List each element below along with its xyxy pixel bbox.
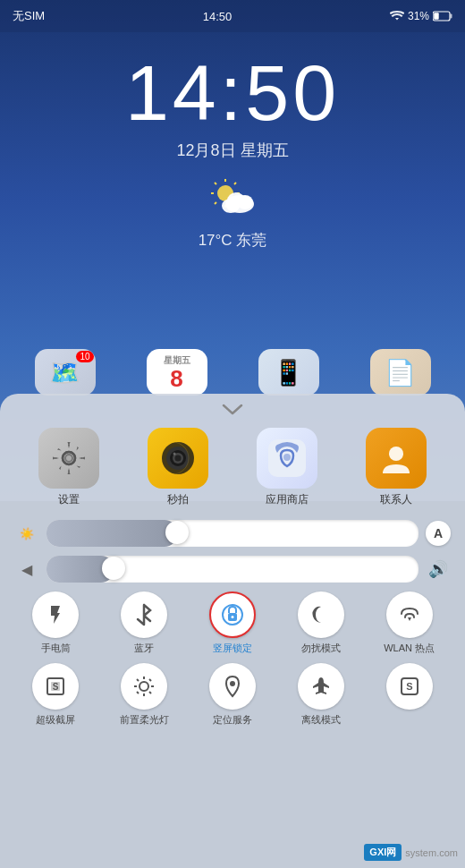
screenlock-button[interactable] <box>209 591 256 638</box>
contacts-label: 联系人 <box>380 492 412 507</box>
bluetooth-button[interactable] <box>121 591 167 638</box>
panel-app-contacts[interactable]: 联系人 <box>366 428 427 507</box>
toggle-frontlight: 前置柔光灯 <box>103 663 186 726</box>
svg-point-15 <box>237 195 253 209</box>
chevron-down-icon <box>219 403 246 417</box>
svg-point-25 <box>173 453 176 455</box>
toggle-flashlight: 手电筒 <box>14 591 97 654</box>
panel-app-row: 设置 秒拍 <box>14 428 451 507</box>
volume-low-icon: ◀ <box>14 561 39 578</box>
sos-button[interactable]: S <box>386 663 433 710</box>
toggle-sos: S <box>368 663 451 726</box>
control-panel: 设置 秒拍 <box>0 394 465 868</box>
brightness-track[interactable] <box>46 520 418 547</box>
location-button[interactable] <box>209 663 256 710</box>
hotspot-icon <box>398 605 421 625</box>
svg-line-11 <box>215 202 216 204</box>
volume-track[interactable] <box>46 556 418 583</box>
toggle-hotspot: WLAN 热点 <box>368 591 451 654</box>
svg-text:S: S <box>406 681 412 692</box>
bluetooth-icon <box>134 603 154 626</box>
panel-app-camera[interactable]: 秒拍 <box>148 428 208 507</box>
camera-lens-icon <box>160 440 196 476</box>
svg-point-36 <box>140 682 148 691</box>
svg-point-32 <box>231 616 233 618</box>
brightness-fill <box>46 520 177 547</box>
flashlight-button[interactable] <box>32 591 79 638</box>
screenshot-icon: S <box>45 676 66 697</box>
hotspot-button[interactable] <box>386 591 433 638</box>
screenshot-label: 超级截屏 <box>36 714 75 726</box>
moon-icon <box>310 604 332 625</box>
status-bar: 无SIM 14:50 31% <box>0 0 465 32</box>
clock-time: 14:50 <box>125 54 340 132</box>
wifi-icon <box>390 11 404 22</box>
toggle-screenlock: 竖屏锁定 <box>191 591 275 654</box>
toggle-dnd: 勿扰模式 <box>279 591 362 654</box>
watermark: GXI网 system.com <box>364 844 458 861</box>
svg-line-8 <box>215 183 216 184</box>
volume-slider-row: ◀ 🔊 <box>14 556 451 583</box>
settings-gear-icon <box>50 439 88 477</box>
flashlight-icon <box>45 604 66 625</box>
screenshot-button[interactable]: S <box>32 663 79 710</box>
camera-icon-bg <box>148 428 208 489</box>
dnd-button[interactable] <box>298 591 344 638</box>
map-badge: 10 <box>76 351 93 362</box>
weather-info: 17°C 东莞 <box>199 230 267 251</box>
store-label: 应用商店 <box>266 492 309 507</box>
chevron-indicator <box>14 403 451 417</box>
settings-label: 设置 <box>58 492 80 507</box>
vivo-store-icon <box>268 439 306 477</box>
carrier-label: 无SIM <box>13 8 45 24</box>
svg-line-43 <box>149 679 151 681</box>
battery-percent: 31% <box>408 10 429 22</box>
svg-text:S: S <box>53 682 59 692</box>
bluetooth-label: 蓝牙 <box>134 642 154 654</box>
top-app-calendar: 星期五 8 <box>147 349 207 396</box>
svg-line-10 <box>234 183 236 184</box>
toggle-grid: 手电筒 蓝牙 竖屏锁定 <box>14 591 451 726</box>
brightness-thumb[interactable] <box>165 521 189 544</box>
panel-app-settings[interactable]: 设置 <box>38 428 99 507</box>
location-label: 定位服务 <box>213 714 252 726</box>
camera-label: 秒拍 <box>167 492 189 507</box>
brightness-low-icon: ☀️ <box>14 527 39 540</box>
airplane-button[interactable] <box>298 663 344 710</box>
hotspot-label: WLAN 热点 <box>384 642 435 654</box>
settings-icon-bg <box>38 428 99 489</box>
top-app-3: 📱 <box>258 349 319 396</box>
airplane-label: 离线模式 <box>301 714 341 726</box>
svg-line-44 <box>137 692 139 694</box>
top-app-4: 📄 <box>370 349 431 396</box>
sos-icon: S <box>399 676 420 697</box>
store-icon-bg <box>257 428 317 489</box>
screenlock-icon <box>221 603 244 626</box>
svg-line-42 <box>149 692 151 694</box>
brightness-slider-row: ☀️ A <box>14 520 451 547</box>
svg-point-29 <box>389 447 403 461</box>
status-time: 14:50 <box>203 10 232 23</box>
frontlight-label: 前置柔光灯 <box>120 714 169 726</box>
svg-point-45 <box>230 681 235 686</box>
clock-area: 14:50 12月8日 星期五 17°C 东莞 <box>0 54 465 251</box>
contacts-icon-bg <box>366 428 427 489</box>
watermark-site: system.com <box>405 847 458 858</box>
contacts-person-icon <box>377 439 415 477</box>
top-app-map: 🗺️ 10 <box>35 349 96 396</box>
frontlight-button[interactable] <box>121 663 167 710</box>
volume-thumb[interactable] <box>102 557 125 580</box>
toggle-airplane: 离线模式 <box>279 663 362 726</box>
top-app-row: 🗺️ 10 星期五 8 📱 📄 <box>0 349 465 396</box>
flashlight-label: 手电筒 <box>41 642 71 654</box>
weather-svg <box>206 177 259 217</box>
toggle-bluetooth: 蓝牙 <box>103 591 186 654</box>
auto-brightness-btn[interactable]: A <box>426 521 451 546</box>
toggle-screenshot: S 超级截屏 <box>14 663 97 726</box>
toggle-location: 定位服务 <box>191 663 275 726</box>
airplane-icon <box>309 676 333 697</box>
panel-app-store[interactable]: 应用商店 <box>257 428 317 507</box>
screenlock-label: 竖屏锁定 <box>213 642 252 654</box>
clock-date: 12月8日 星期五 <box>176 140 288 161</box>
svg-point-19 <box>66 455 72 461</box>
